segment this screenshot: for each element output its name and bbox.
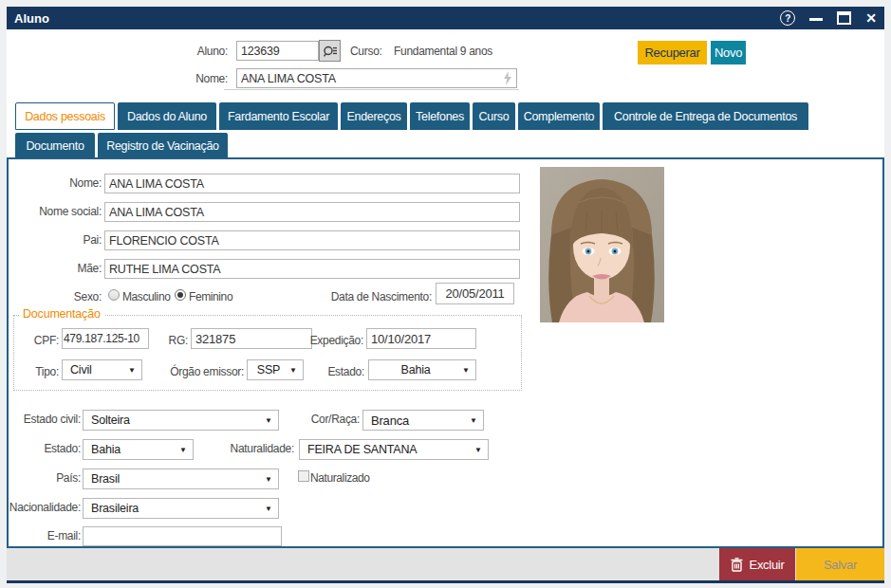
rg-input[interactable] [191,328,312,349]
cpf-label: CPF: [15,334,59,347]
tab-controle-entrega-documentos[interactable]: Controle de Entrega de Documentos [603,102,808,130]
dropdown-arrow-icon: ▼ [289,366,303,375]
search-student-button[interactable] [319,40,341,62]
minimize-icon[interactable] [809,18,823,21]
tab-dados-pessoais[interactable]: Dados pessoais [15,102,115,130]
dialog-aluno: Aluno ? ✕ Aluno: Curso: Fundamental 9 an… [7,7,884,583]
orgao-emissor-select[interactable]: SSP▼ [247,359,304,380]
restore-icon[interactable] [837,11,851,25]
tab-telefones[interactable]: Telefones [410,102,470,130]
cor-raca-label: Cor/Raça: [293,413,360,426]
help-icon[interactable]: ? [780,10,795,26]
dropdown-arrow-icon: ▼ [128,366,141,375]
naturalidade-label: Naturalidade: [222,442,294,455]
estado-civil-select[interactable]: Solteira▼ [83,410,279,431]
doc-estado-select[interactable]: Bahia▼ [368,359,476,380]
tab-enderecos[interactable]: Endereços [341,102,407,130]
rg-label: RG: [156,334,188,347]
radio-masculino[interactable] [108,289,120,301]
radio-feminino[interactable] [175,289,186,301]
doc-estado-label: Estado: [317,365,364,378]
tipo-label: Tipo: [15,365,59,378]
form-nome-input[interactable] [104,174,520,193]
title-bar: Aluno ? ✕ [7,7,884,29]
footer-bar: Excluir Salvar [7,548,884,580]
estado-label: Estado: [16,442,81,455]
documentacao-legend: Documentação [19,307,104,321]
nacionalidade-label: Nacionalidade: [9,501,81,514]
dropdown-arrow-icon: ▼ [265,505,278,513]
expedicao-label: Expedição: [298,334,363,347]
curso-value: Fundamental 9 anos [394,45,492,58]
nome-label: Nome: [149,72,228,85]
tab-complemento[interactable]: Complemento [518,102,600,130]
pais-label: País: [16,471,81,485]
form-mae-input[interactable] [104,259,520,279]
form-nome-social-label: Nome social: [16,205,102,218]
tab-content-dados-pessoais: Nome: Nome social: Pai: Mãe: Sexo: Mascu… [7,157,884,548]
tab-dados-do-aluno[interactable]: Dados do Aluno [118,102,216,130]
nome-header-input[interactable] [236,68,517,88]
dropdown-arrow-icon: ▼ [474,446,488,454]
sexo-label: Sexo: [16,290,102,303]
naturalidade-select[interactable]: FEIRA DE SANTANA▼ [299,439,489,460]
radio-feminino-label: Feminino [189,290,232,303]
search-list-icon [323,44,338,59]
radio-masculino-label: Masculino [122,290,170,303]
orgao-emissor-label: Órgão emissor: [156,365,244,378]
recuperar-button[interactable]: Recuperar [638,41,707,64]
naturalizado-checkbox[interactable] [298,470,309,482]
email-label: E-mail: [16,529,81,542]
tab-fardamento-escolar[interactable]: Fardamento Escolar [219,102,338,130]
curso-label: Curso: [350,45,382,58]
dropdown-arrow-icon: ▼ [265,416,278,425]
student-photo [540,167,664,322]
tipo-select[interactable]: Civil▼ [62,359,142,380]
trash-icon [731,558,743,572]
novo-button[interactable]: Novo [711,41,746,64]
dropdown-arrow-icon: ▼ [265,475,278,484]
dropdown-arrow-icon: ▼ [462,366,475,375]
form-pai-label: Pai: [16,233,102,247]
pais-select[interactable]: Brasil▼ [83,469,279,489]
form-mae-label: Mãe: [16,262,102,275]
window-title: Aluno [14,11,49,26]
expedicao-input[interactable] [366,328,476,349]
email-input[interactable] [83,526,282,546]
aluno-label: Aluno: [149,45,228,58]
cpf-input[interactable] [62,328,149,349]
excluir-button[interactable]: Excluir [719,548,795,580]
cor-raca-select[interactable]: Branca▼ [362,410,484,431]
estado-select[interactable]: Bahia▼ [83,439,194,460]
data-nascimento-input[interactable] [436,283,514,304]
tab-registro-vacinacao[interactable]: Registro de Vacinação [98,133,228,159]
salvar-button[interactable]: Salvar [796,548,884,580]
dropdown-arrow-icon: ▼ [470,416,483,425]
naturalizado-label: Naturalizado [310,471,370,485]
nacionalidade-select[interactable]: Brasileira▼ [83,498,279,519]
tab-documento[interactable]: Documento [15,133,95,159]
data-nascimento-label: Data de Nascimento: [299,290,432,303]
header-separator [224,89,519,90]
form-pai-input[interactable] [104,230,520,250]
estado-civil-label: Estado civil: [16,413,81,426]
lightning-icon [502,71,513,85]
form-nome-label: Nome: [16,176,102,190]
close-icon[interactable]: ✕ [865,10,877,26]
dropdown-arrow-icon: ▼ [179,446,193,454]
form-nome-social-input[interactable] [104,202,520,222]
tab-curso[interactable]: Curso [473,102,515,130]
aluno-code-input[interactable] [236,41,319,61]
